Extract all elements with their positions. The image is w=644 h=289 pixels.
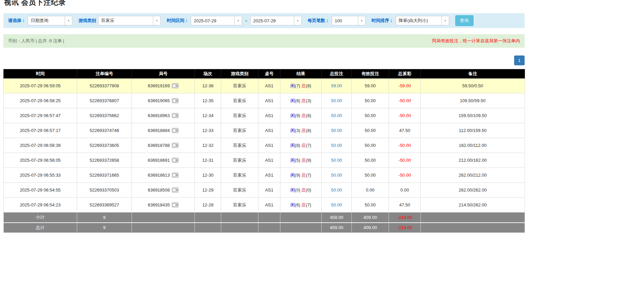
date-from-value[interactable]: 2025-07-29 <box>191 16 234 25</box>
video-replay-icon[interactable] <box>172 128 179 133</box>
player-result-score: (0) <box>295 187 300 193</box>
total-bet-link[interactable]: 50.00 <box>331 173 342 178</box>
cell-game-type: 百家乐 <box>221 198 258 213</box>
cell-result: 闲(6) 庄(7) <box>280 198 322 213</box>
table-header-row: 时间注单编号局号场次游戏类别桌号结果总投注有效投注总派彩备注 <box>4 69 525 79</box>
empty-cell <box>258 223 280 233</box>
page-number-button[interactable]: 1 <box>514 55 525 65</box>
bet-records-table: 时间注单编号局号场次游戏类别桌号结果总投注有效投注总派彩备注 2025-07-2… <box>3 69 525 233</box>
cell-round-id: 636918963 <box>132 108 195 123</box>
player-result-score: (6) <box>295 202 300 207</box>
cell-bet-id: 522693370503 <box>77 183 132 198</box>
cell-time: 2025-07-29 06:55:33 <box>4 168 77 183</box>
select-mode-value[interactable]: 日期查询 <box>28 16 65 25</box>
player-result-label: 闲 <box>291 187 295 193</box>
subtotal-total-bet: 459.00 <box>322 213 352 223</box>
total-bet-link[interactable]: 50.00 <box>331 113 342 118</box>
cell-total-bet: 50.00 <box>322 123 352 138</box>
query-button[interactable]: 查询 <box>455 15 474 26</box>
date-to-dropdown[interactable]: 2025-07-29 ▼ <box>250 16 302 25</box>
cell-payout: -50.00 <box>389 108 421 123</box>
cell-remark: 262.00/262.00 <box>421 183 525 198</box>
cell-valid-bet: 50.00 <box>352 93 389 108</box>
column-header: 游戏类别 <box>221 69 258 79</box>
cell-total-bet: 50.00 <box>322 138 352 153</box>
cell-remark: 109.50/59.50 <box>421 93 525 108</box>
cell-time: 2025-07-29 06:56:39 <box>4 138 77 153</box>
summary-bar: 币别：人民币 | 总共 :9 注单 | 同局有效投注，统一计算在该局第一张注单内 <box>3 34 525 48</box>
cell-payout: 47.50 <box>389 123 421 138</box>
cell-total-bet: 50.00 <box>322 93 352 108</box>
select-mode-dropdown[interactable]: 日期查询 ▼ <box>28 16 72 25</box>
total-bet-link[interactable]: 50.00 <box>331 158 342 163</box>
video-replay-icon[interactable] <box>172 143 179 148</box>
player-result-score: (7) <box>295 83 300 88</box>
video-replay-icon[interactable] <box>172 187 179 193</box>
cell-valid-bet: 50.00 <box>352 168 389 183</box>
banker-result-label: 庄 <box>301 128 306 133</box>
date-from-dropdown[interactable]: 2025-07-29 ▼ <box>191 16 242 25</box>
cell-bet-id: 522693375662 <box>77 108 132 123</box>
total-bet-link[interactable]: 59.00 <box>331 83 342 88</box>
round-id-text: 636918435 <box>148 202 170 207</box>
player-result-score: (8) <box>295 143 300 148</box>
chevron-down-icon[interactable]: ▼ <box>65 16 72 25</box>
cell-session: 12-34 <box>195 108 221 123</box>
cell-round-id: 636918788 <box>132 138 195 153</box>
main-container: 视讯 会员下注纪录 请选择： 日期查询 ▼ 游戏类别 百家乐 ▼ 时间区间： 2… <box>0 0 528 233</box>
banker-result-score: (7) <box>306 202 311 207</box>
chevron-down-icon[interactable]: ▼ <box>294 16 301 25</box>
cell-game-type: 百家乐 <box>221 108 258 123</box>
player-result-label: 闲 <box>291 98 295 103</box>
game-type-value[interactable]: 百家乐 <box>98 16 153 25</box>
column-header: 注单编号 <box>77 69 132 79</box>
banker-result-score: (7) <box>306 143 311 148</box>
total-payout: -214.00 <box>389 223 421 233</box>
table-row: 2025-07-29 06:55:33 522693371665 6369186… <box>4 168 525 183</box>
cell-remark: 262.00/212.00 <box>421 168 525 183</box>
total-bet-link[interactable]: 50.00 <box>331 143 342 148</box>
cell-valid-bet: 50.00 <box>352 138 389 153</box>
cell-round-id: 636918613 <box>132 168 195 183</box>
date-to-value[interactable]: 2025-07-29 <box>251 16 294 25</box>
cell-session: 12-36 <box>195 79 221 93</box>
game-type-dropdown[interactable]: 百家乐 ▼ <box>98 16 161 25</box>
table-row: 2025-07-29 06:56:39 522693373605 6369187… <box>4 138 525 153</box>
total-bet-link[interactable]: 50.00 <box>331 98 342 103</box>
table-row: 2025-07-29 06:54:23 522693369527 6369184… <box>4 198 525 213</box>
banker-result-label: 庄 <box>301 143 306 148</box>
video-replay-icon[interactable] <box>172 98 179 103</box>
total-bet-link[interactable]: 50.00 <box>331 202 342 207</box>
video-replay-icon[interactable] <box>172 113 179 118</box>
video-replay-icon[interactable] <box>172 202 179 207</box>
time-sort-value[interactable]: 降幂(由大到小) <box>396 16 441 25</box>
total-bet-link[interactable]: 50.00 <box>331 128 342 133</box>
chevron-down-icon[interactable]: ▼ <box>234 16 242 25</box>
video-replay-icon[interactable] <box>172 158 179 163</box>
cell-game-type: 百家乐 <box>221 153 258 168</box>
banker-result-score: (8) <box>306 113 311 118</box>
total-bet-link[interactable]: 50.00 <box>331 187 342 193</box>
video-replay-icon[interactable] <box>172 173 179 178</box>
chevron-down-icon[interactable]: ▼ <box>153 16 160 25</box>
table-body: 2025-07-29 06:59:05 522693377908 6369191… <box>4 79 525 213</box>
cell-time: 2025-07-29 06:54:23 <box>4 198 77 213</box>
time-sort-dropdown[interactable]: 降幂(由大到小) ▼ <box>396 16 449 25</box>
page-size-value[interactable]: 100 <box>332 16 358 25</box>
chevron-down-icon[interactable]: ▼ <box>441 16 449 25</box>
cell-payout: -50.00 <box>389 93 421 108</box>
empty-cell <box>132 223 195 233</box>
cell-game-type: 百家乐 <box>221 123 258 138</box>
table-row: 2025-07-29 06:57:47 522693375662 6369189… <box>4 108 525 123</box>
chevron-down-icon[interactable]: ▼ <box>358 16 365 25</box>
select-mode-label: 请选择： <box>8 18 26 24</box>
filter-group-date-to: 2025-07-29 ▼ <box>250 16 302 25</box>
player-result-score: (3) <box>295 128 300 133</box>
cell-remark: 59.50/0.50 <box>421 79 525 93</box>
page-size-dropdown[interactable]: 100 ▼ <box>332 16 366 25</box>
cell-bet-id: 522693369527 <box>77 198 132 213</box>
banker-result-score: (0) <box>306 187 311 193</box>
video-replay-icon[interactable] <box>172 83 179 88</box>
cell-valid-bet: 50.00 <box>352 123 389 138</box>
player-result-label: 闲 <box>291 83 295 88</box>
